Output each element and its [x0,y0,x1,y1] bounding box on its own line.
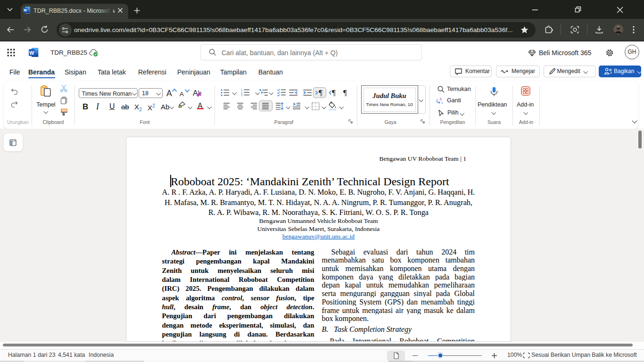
svg-text:c: c [441,100,443,104]
svg-text:3: 3 [241,94,243,96]
svg-text:W: W [29,50,34,56]
svg-text:W: W [24,8,27,12]
